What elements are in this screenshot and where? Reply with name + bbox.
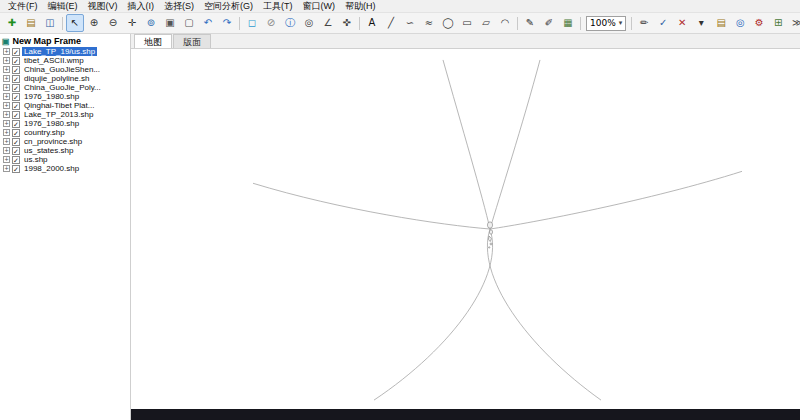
zoom-level-combo[interactable]: 100%▾ [586, 16, 626, 31]
layer-item[interactable]: +✓tibet_ASCII.wmp [0, 56, 130, 65]
layer-item[interactable]: +✓cn_province.shp [0, 137, 130, 146]
layer-visibility-checkbox[interactable]: ✓ [12, 57, 20, 65]
menu-file[interactable]: 文件(F) [3, 0, 43, 12]
layer-item[interactable]: +✓China_GuoJieShen... [0, 65, 130, 74]
layer-item[interactable]: +✓1976_1980.shp [0, 119, 130, 128]
layer-visibility-checkbox[interactable]: ✓ [12, 129, 20, 137]
expander-icon[interactable]: + [3, 66, 10, 73]
back-extent-button[interactable]: ↶ [199, 14, 217, 32]
layer-visibility-checkbox[interactable]: ✓ [12, 102, 20, 110]
polygon-tool-button[interactable]: ▱ [477, 14, 495, 32]
more-tools-dropdown-button[interactable]: ▾ [692, 14, 710, 32]
layer-visibility-checkbox[interactable]: ✓ [12, 84, 20, 92]
curve-tool-button[interactable]: ∽ [401, 14, 419, 32]
fixed-zoom-out-button[interactable]: ▢ [180, 14, 198, 32]
layer-item[interactable]: +✓1998_2000.shp [0, 164, 130, 173]
clear-selection-button[interactable]: ⊘ [262, 14, 280, 32]
add-data-button[interactable]: ✚ [3, 14, 21, 32]
catalog-window-button[interactable]: ▤ [712, 14, 730, 32]
expander-icon[interactable]: + [3, 138, 10, 145]
expander-icon[interactable]: + [3, 165, 10, 172]
search-window-button[interactable]: ◎ [731, 14, 749, 32]
layer-visibility-checkbox[interactable]: ✓ [12, 120, 20, 128]
edit-vertices-button[interactable]: ✐ [540, 14, 558, 32]
open-map-button[interactable]: ▤ [22, 14, 40, 32]
expander-icon[interactable]: + [3, 93, 10, 100]
content-area: ▣ New Map Frame +✓Lake_TP_19/us.shp+✓tib… [0, 34, 800, 420]
map-canvas[interactable] [131, 49, 800, 420]
layer-visibility-checkbox[interactable]: ✓ [12, 48, 20, 56]
menu-help[interactable]: 帮助(H) [340, 0, 381, 12]
layer-visibility-checkbox[interactable]: ✓ [12, 66, 20, 74]
go-to-xy-button[interactable]: ✜ [338, 14, 356, 32]
toc-root[interactable]: ▣ New Map Frame [0, 34, 130, 47]
rectangle-tool-button[interactable]: ▭ [458, 14, 476, 32]
expander-icon[interactable]: + [3, 129, 10, 136]
full-extent-icon: ⊚ [147, 15, 155, 31]
expander-icon[interactable]: + [3, 75, 10, 82]
expander-icon[interactable]: + [3, 156, 10, 163]
expander-icon[interactable]: + [3, 48, 10, 55]
layer-item[interactable]: +✓country.shp [0, 128, 130, 137]
pan-button[interactable]: ✛ [123, 14, 141, 32]
layer-item[interactable]: +✓1976_1980.shp [0, 92, 130, 101]
arc-tool-button[interactable]: ◠ [496, 14, 514, 32]
freehand-tool-button[interactable]: ≈ [420, 14, 438, 32]
layer-item[interactable]: +✓Qinghai-Tibet Plat... [0, 101, 130, 110]
layer-visibility-checkbox[interactable]: ✓ [12, 111, 20, 119]
zoom-out-button[interactable]: ⊖ [104, 14, 122, 32]
expander-icon[interactable]: + [3, 84, 10, 91]
expander-icon[interactable]: + [3, 57, 10, 64]
model-builder-button[interactable]: ⊞ [769, 14, 787, 32]
select-features-button[interactable]: ◻ [243, 14, 261, 32]
chevron-down-icon: ▾ [619, 19, 623, 27]
select-tool-button[interactable]: ↖ [66, 14, 84, 32]
layer-visibility-checkbox[interactable]: ✓ [12, 156, 20, 164]
menu-spatial-analysis[interactable]: 空间分析(G) [199, 0, 258, 12]
expander-icon[interactable]: + [3, 102, 10, 109]
menu-edit[interactable]: 编辑(E) [43, 0, 83, 12]
menu-tools[interactable]: 工具(T) [258, 0, 298, 12]
layer-item[interactable]: +✓us.shp [0, 155, 130, 164]
menu-insert[interactable]: 插入(I) [123, 0, 160, 12]
forward-extent-button[interactable]: ↷ [218, 14, 236, 32]
sketch-tool-button[interactable]: ✏ [635, 14, 653, 32]
layer-item[interactable]: +✓Lake_TP_2013.shp [0, 110, 130, 119]
python-window-button[interactable]: ≫ [788, 14, 800, 32]
layer-visibility-checkbox[interactable]: ✓ [12, 93, 20, 101]
layer-visibility-checkbox[interactable]: ✓ [12, 165, 20, 173]
text-tool-button[interactable]: A [363, 14, 381, 32]
menu-view[interactable]: 视图(V) [83, 0, 123, 12]
save-edits-button[interactable]: ✓ [654, 14, 672, 32]
expander-icon[interactable]: + [3, 111, 10, 118]
editor-pencil-button[interactable]: ✎ [521, 14, 539, 32]
find-button[interactable]: ◎ [300, 14, 318, 32]
layer-item[interactable]: +✓us_states.shp [0, 146, 130, 155]
fixed-zoom-in-button[interactable]: ▣ [161, 14, 179, 32]
tab-map[interactable]: 地图 [134, 34, 172, 48]
app-window: 文件(F)编辑(E)视图(V)插入(I)选择(S)空间分析(G)工具(T)窗口(… [0, 0, 800, 420]
menu-window[interactable]: 窗口(W) [298, 0, 341, 12]
circle-tool-button[interactable]: ◯ [439, 14, 457, 32]
save-map-button[interactable]: ◫ [41, 14, 59, 32]
line-tool-button[interactable]: ╱ [382, 14, 400, 32]
menu-selection[interactable]: 选择(S) [159, 0, 199, 12]
identify-button[interactable]: ⓘ [281, 14, 299, 32]
layer-item[interactable]: +✓Lake_TP_19/us.shp [0, 47, 130, 56]
measure-button[interactable]: ∠ [319, 14, 337, 32]
expander-icon[interactable]: + [3, 147, 10, 154]
layer-label: China_GuoJieShen... [22, 65, 102, 74]
layer-visibility-checkbox[interactable]: ✓ [12, 138, 20, 146]
layer-visibility-checkbox[interactable]: ✓ [12, 75, 20, 83]
layer-item[interactable]: +✓diqujie_polyline.sh [0, 74, 130, 83]
tab-layout[interactable]: 版面 [173, 34, 211, 48]
toolbox-window-button[interactable]: ⚙ [750, 14, 768, 32]
layer-item[interactable]: +✓China_GuoJie_Poly... [0, 83, 130, 92]
go-to-xy-icon: ✜ [343, 15, 351, 31]
layer-visibility-checkbox[interactable]: ✓ [12, 147, 20, 155]
full-extent-button[interactable]: ⊚ [142, 14, 160, 32]
attributes-table-button[interactable]: ▦ [559, 14, 577, 32]
expander-icon[interactable]: + [3, 120, 10, 127]
stop-editing-button[interactable]: ✕ [673, 14, 691, 32]
zoom-in-button[interactable]: ⊕ [85, 14, 103, 32]
